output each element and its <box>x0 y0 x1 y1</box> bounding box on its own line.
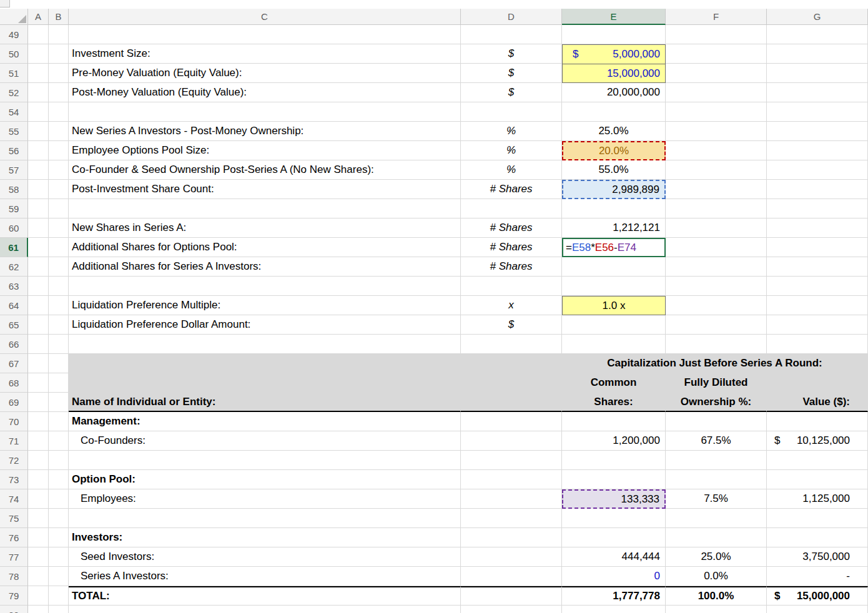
cell-F64[interactable] <box>666 296 767 315</box>
cell-E63[interactable] <box>562 277 666 296</box>
row-header-76[interactable]: 76 <box>0 528 28 547</box>
cell-D75[interactable] <box>461 509 562 528</box>
cell-G51[interactable] <box>767 64 868 83</box>
row-header-71[interactable]: 71 <box>0 431 28 451</box>
cell-C70[interactable]: Management: <box>69 412 461 431</box>
cell-E70[interactable] <box>562 412 666 431</box>
cell-A70[interactable] <box>28 412 49 431</box>
cell-D78[interactable] <box>461 567 562 586</box>
cell-C73[interactable]: Option Pool: <box>69 470 461 489</box>
cell-E75[interactable] <box>562 509 666 528</box>
cell-G63[interactable] <box>767 277 868 296</box>
row-header-51[interactable]: 51 <box>0 64 28 83</box>
cell-F65[interactable] <box>666 315 767 335</box>
cell-F75[interactable] <box>666 509 767 528</box>
cell-A61[interactable] <box>28 238 49 257</box>
cell-C66[interactable] <box>69 335 461 354</box>
row-header-58[interactable]: 58 <box>0 180 28 199</box>
cell-A66[interactable] <box>28 335 49 354</box>
cell-G73[interactable] <box>767 470 868 489</box>
cell-A55[interactable] <box>28 122 49 141</box>
cell-E52[interactable]: 20,000,000 <box>562 83 666 102</box>
cell-A68[interactable] <box>28 373 49 393</box>
cell-B70[interactable] <box>49 412 69 431</box>
cell-E71[interactable]: 1,200,000 <box>562 431 666 451</box>
cell-C52[interactable]: Post-Money Valuation (Equity Value): <box>69 83 461 102</box>
row-header-75[interactable]: 75 <box>0 509 28 528</box>
cell-D61[interactable]: # Shares <box>461 238 562 257</box>
cell-A77[interactable] <box>28 547 49 567</box>
cell-A63[interactable] <box>28 277 49 296</box>
cell-B63[interactable] <box>49 277 69 296</box>
cell-B79[interactable] <box>49 586 69 606</box>
cell-D65[interactable]: $ <box>461 315 562 335</box>
cell-G56[interactable] <box>767 141 868 160</box>
cell-F54[interactable] <box>666 102 767 122</box>
row-header-72[interactable]: 72 <box>0 451 28 470</box>
cell-B59[interactable] <box>49 199 69 218</box>
cell-G64[interactable] <box>767 296 868 315</box>
cell-G71[interactable]: $10,125,000 <box>767 431 868 451</box>
row-header-52[interactable]: 52 <box>0 83 28 102</box>
cell-G75[interactable] <box>767 509 868 528</box>
cell-B62[interactable] <box>49 257 69 277</box>
cell-G55[interactable] <box>767 122 868 141</box>
cell-B77[interactable] <box>49 547 69 567</box>
cell-D57[interactable]: % <box>461 160 562 180</box>
cell-B72[interactable] <box>49 451 69 470</box>
cell-A52[interactable] <box>28 83 49 102</box>
cell-A59[interactable] <box>28 199 49 218</box>
cell-D71[interactable] <box>461 431 562 451</box>
cell-B67[interactable] <box>49 354 69 373</box>
cell-E78[interactable]: 0 <box>562 567 666 586</box>
cell-G76[interactable] <box>767 528 868 547</box>
cell-A49[interactable] <box>28 25 49 44</box>
cell-C56[interactable]: Employee Options Pool Size: <box>69 141 461 160</box>
cell-E61[interactable]: =E58*E56-E74 <box>562 238 666 257</box>
cell-B56[interactable] <box>49 141 69 160</box>
cell-F62[interactable] <box>666 257 767 277</box>
cell-F60[interactable] <box>666 218 767 238</box>
row-header-55[interactable]: 55 <box>0 122 28 141</box>
cell-A72[interactable] <box>28 451 49 470</box>
cell-E54[interactable] <box>562 102 666 122</box>
cell-E58[interactable]: 2,989,899 <box>562 180 666 199</box>
row-header-56[interactable]: 56 <box>0 141 28 160</box>
cell-G62[interactable] <box>767 257 868 277</box>
row-header-74[interactable]: 74 <box>0 489 28 509</box>
cell-C72[interactable] <box>69 451 461 470</box>
row-header-77[interactable]: 77 <box>0 547 28 567</box>
cell-B69[interactable] <box>49 393 69 412</box>
cell-B68[interactable] <box>49 373 69 393</box>
cell-C80[interactable] <box>69 606 461 613</box>
cell-B75[interactable] <box>49 509 69 528</box>
cell-F72[interactable] <box>666 451 767 470</box>
cell-E64[interactable]: 1.0 x <box>562 296 666 315</box>
cell-F59[interactable] <box>666 199 767 218</box>
cell-F56[interactable] <box>666 141 767 160</box>
cell-D50[interactable]: $ <box>461 44 562 64</box>
row-header-59[interactable]: 59 <box>0 199 28 218</box>
cell-G65[interactable] <box>767 315 868 335</box>
cell-D80[interactable] <box>461 606 562 613</box>
cell-C49[interactable] <box>69 25 461 44</box>
cell-B60[interactable] <box>49 218 69 238</box>
cell-C68[interactable] <box>69 373 461 393</box>
cell-D58[interactable]: # Shares <box>461 180 562 199</box>
cell-D60[interactable]: # Shares <box>461 218 562 238</box>
cell-D63[interactable] <box>461 277 562 296</box>
cell-C65[interactable]: Liquidation Preference Dollar Amount: <box>69 315 461 335</box>
cell-A65[interactable] <box>28 315 49 335</box>
cell-F76[interactable] <box>666 528 767 547</box>
cell-A67[interactable] <box>28 354 49 373</box>
cell-E67[interactable]: Capitalization Just Before Series A Roun… <box>562 354 868 373</box>
cell-F52[interactable] <box>666 83 767 102</box>
cell-B78[interactable] <box>49 567 69 586</box>
cell-E56[interactable]: 20.0% <box>562 141 666 160</box>
cell-G79[interactable]: $15,000,000 <box>767 586 868 606</box>
cell-B51[interactable] <box>49 64 69 83</box>
cell-E76[interactable] <box>562 528 666 547</box>
cell-A60[interactable] <box>28 218 49 238</box>
cell-C79[interactable]: TOTAL: <box>69 586 461 606</box>
cell-B54[interactable] <box>49 102 69 122</box>
